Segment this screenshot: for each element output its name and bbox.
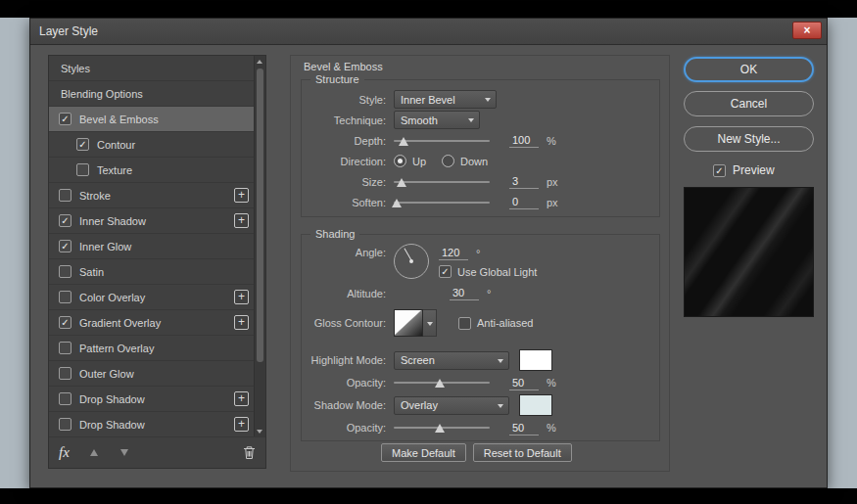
move-effect-up-icon[interactable] — [89, 448, 100, 458]
size-slider[interactable] — [394, 175, 490, 189]
sidebar-item-gradient-overlay[interactable]: ✓Gradient Overlay+ — [49, 310, 254, 336]
effect-checkbox[interactable] — [59, 367, 71, 380]
fx-icon[interactable]: fx — [59, 444, 70, 461]
highlight-mode-select[interactable]: Screen — [394, 351, 509, 370]
opacity-unit: % — [547, 422, 556, 434]
layer-style-dialog: Layer Style × StylesBlending Options✓Bev… — [29, 18, 828, 488]
sidebar-item-drop-shadow[interactable]: Drop Shadow+ — [49, 412, 254, 437]
direction-down-radio[interactable] — [442, 155, 454, 167]
soften-unit: px — [547, 197, 558, 208]
style-select-value: Inner Bevel — [401, 94, 455, 106]
sidebar-item-styles[interactable]: Styles — [49, 56, 254, 81]
size-value[interactable]: 3 — [509, 174, 539, 189]
sidebar-item-bevel-emboss[interactable]: ✓Bevel & Emboss — [49, 107, 254, 132]
highlight-color-swatch[interactable] — [519, 349, 552, 371]
technique-select[interactable]: Smooth — [394, 111, 480, 129]
preview-thumbnail — [684, 187, 814, 317]
altitude-row: Altitude: 30 ° — [302, 283, 659, 303]
effect-checkbox[interactable]: ✓ — [76, 138, 89, 151]
add-effect-icon[interactable]: + — [234, 290, 249, 304]
sidebar-item-blending-options[interactable]: Blending Options — [49, 81, 254, 107]
highlight-opacity-value[interactable]: 50 — [509, 376, 539, 390]
preview-checkbox[interactable]: ✓ — [713, 164, 726, 177]
effect-checkbox[interactable]: ✓ — [59, 316, 71, 329]
gloss-contour-picker[interactable] — [423, 309, 437, 337]
new-style-button[interactable]: New Style... — [684, 126, 814, 152]
reset-to-default-button[interactable]: Reset to Default — [473, 443, 572, 462]
slider-thumb[interactable] — [435, 379, 445, 388]
opacity-unit: % — [547, 377, 556, 389]
sidebar-item-satin[interactable]: Satin — [49, 259, 254, 285]
sidebar-item-label: Inner Shadow — [79, 215, 146, 227]
angle-dial[interactable] — [394, 244, 429, 279]
check-icon: ✓ — [715, 165, 723, 176]
cancel-button[interactable]: Cancel — [684, 91, 814, 116]
depth-value[interactable]: 100 — [509, 133, 539, 148]
slider-thumb[interactable] — [435, 424, 445, 433]
soften-value[interactable]: 0 — [509, 195, 539, 209]
panel-title: Bevel & Emboss — [304, 61, 383, 72]
add-effect-icon[interactable]: + — [234, 315, 249, 330]
sidebar-item-outer-glow[interactable]: Outer Glow — [49, 361, 254, 387]
effect-checkbox[interactable] — [59, 418, 71, 431]
list-scrollbar[interactable] — [254, 56, 265, 437]
sidebar-item-inner-shadow[interactable]: ✓Inner Shadow+ — [49, 208, 254, 234]
add-effect-icon[interactable]: + — [234, 188, 249, 203]
chevron-down-icon — [498, 359, 503, 363]
move-effect-down-icon[interactable] — [119, 448, 130, 458]
effect-checkbox[interactable] — [59, 342, 71, 354]
style-select[interactable]: Inner Bevel — [394, 90, 497, 109]
effect-checkbox[interactable]: ✓ — [59, 113, 71, 125]
style-label: Style: — [302, 94, 394, 106]
sidebar-item-texture[interactable]: Texture — [49, 158, 254, 183]
sidebar-item-label: Inner Glow — [79, 241, 131, 252]
angle-label: Angle: — [302, 244, 394, 283]
soften-slider[interactable] — [394, 196, 490, 209]
sidebar-item-label: Drop Shadow — [79, 419, 145, 431]
effect-checkbox[interactable]: ✓ — [59, 214, 71, 227]
direction-up-radio[interactable] — [394, 155, 406, 167]
add-effect-icon[interactable]: + — [234, 417, 249, 432]
shadow-opacity-value[interactable]: 50 — [509, 421, 539, 435]
effect-checkbox[interactable]: ✓ — [59, 240, 71, 252]
size-label: Size: — [302, 176, 394, 188]
altitude-value[interactable]: 30 — [450, 286, 479, 300]
anti-aliased-label: Anti-aliased — [477, 317, 533, 329]
add-effect-icon[interactable]: + — [234, 213, 249, 228]
effect-checkbox[interactable] — [59, 189, 71, 202]
slider-thumb[interactable] — [399, 137, 408, 146]
sidebar-item-pattern-overlay[interactable]: Pattern Overlay — [49, 336, 254, 361]
highlight-mode-label: Highlight Mode: — [302, 354, 394, 366]
highlight-opacity-slider[interactable] — [394, 376, 490, 389]
effect-checkbox[interactable] — [59, 392, 71, 405]
anti-aliased-checkbox[interactable] — [458, 317, 471, 330]
sidebar-item-color-overlay[interactable]: Color Overlay+ — [49, 285, 254, 310]
add-effect-icon[interactable]: + — [234, 391, 249, 406]
gloss-contour-thumbnail[interactable] — [394, 309, 423, 337]
depth-slider[interactable] — [394, 134, 490, 148]
ok-button[interactable]: OK — [684, 57, 814, 82]
delete-effect-icon[interactable] — [243, 445, 256, 460]
scrollbar-thumb[interactable] — [257, 69, 263, 362]
sidebar-item-drop-shadow[interactable]: Drop Shadow+ — [49, 387, 254, 412]
size-row: Size: 3 px — [302, 171, 659, 192]
effect-checkbox[interactable] — [59, 265, 71, 278]
effect-checkbox[interactable] — [59, 291, 71, 303]
altitude-unit: ° — [487, 288, 491, 299]
shadow-color-swatch[interactable] — [519, 394, 552, 416]
direction-row: Direction: Up Down — [302, 151, 659, 171]
angle-value[interactable]: 120 — [439, 246, 468, 260]
shadow-mode-select[interactable]: Overlay — [394, 396, 509, 415]
slider-thumb[interactable] — [392, 199, 402, 207]
scroll-up-icon[interactable] — [255, 56, 265, 68]
sidebar-item-contour[interactable]: ✓Contour — [49, 132, 254, 158]
slider-thumb[interactable] — [397, 178, 406, 187]
direction-label: Direction: — [302, 156, 394, 167]
sidebar-item-inner-glow[interactable]: ✓Inner Glow — [49, 234, 254, 259]
make-default-button[interactable]: Make Default — [381, 443, 466, 462]
sidebar-item-stroke[interactable]: Stroke+ — [49, 183, 254, 208]
use-global-light-checkbox[interactable]: ✓ — [439, 265, 452, 278]
sidebar-item-label: Stroke — [79, 190, 111, 202]
shadow-opacity-slider[interactable] — [394, 421, 490, 435]
effect-checkbox[interactable] — [76, 163, 89, 176]
